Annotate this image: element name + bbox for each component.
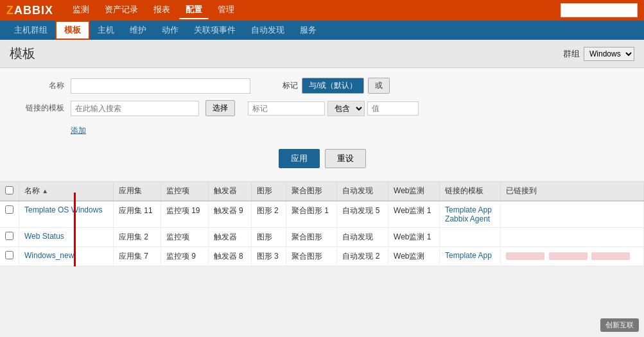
tag-name-input[interactable] [248,101,325,116]
row1-checkbox [0,201,19,228]
templates-table: 名称 ▲ 应用集 监控项 触发器 图形 聚合图形 自动发现 Web监测 链接的模… [0,182,644,266]
row3-checkbox [0,247,19,266]
page-title: 模板 [10,45,35,62]
row2-monitor: 监控项 [161,228,208,247]
top-search [561,3,638,17]
row3-linked-to [501,247,644,266]
table-row: Windows_new 应用集 7 监控项 9 触发器 8 图形 3 聚合图形 … [0,247,644,266]
reset-button[interactable]: 重设 [325,149,366,168]
row1-autodiscover: 自动发现 5 [337,201,388,228]
row3-appset: 应用集 7 [113,247,161,266]
row3-trigger: 触发器 8 [208,247,251,266]
subnav-actions[interactable]: 动作 [154,22,186,39]
filter-linked-row: 链接的模板 选择 包含 等于 [13,100,631,116]
row3-template-link[interactable]: Template App [445,251,492,260]
name-input[interactable] [71,78,250,94]
row1-name-link[interactable]: Template OS Windows [24,205,102,214]
header-trigger[interactable]: 触发器 [208,182,251,201]
row2-name: Web Status [19,228,114,247]
sub-nav: 主机群组 模板 主机 维护 动作 关联项事件 自动发现 服务 [0,21,644,40]
row2-graph: 图形 [251,228,286,247]
sort-asc-icon: ▲ [42,187,48,194]
subnav-correlations[interactable]: 关联项事件 [186,22,243,39]
nav-monitor[interactable]: 监测 [66,1,96,19]
row3-name-link[interactable]: Windows_new [24,251,74,260]
row2-checkbox [0,228,19,247]
select-button[interactable]: 选择 [205,100,235,116]
row3-checkbox-input[interactable] [5,251,13,259]
row2-trigger: 触发器 [208,228,251,247]
table-area: 名称 ▲ 应用集 监控项 触发器 图形 聚合图形 自动发现 Web监测 链接的模… [0,182,644,266]
row2-appset: 应用集 2 [113,228,161,247]
subnav-templates[interactable]: 模板 [55,21,90,40]
subnav-hosts[interactable]: 主机 [90,22,122,39]
nav-reports[interactable]: 报表 [147,1,177,19]
row1-monitor: 监控项 19 [161,201,208,228]
row2-linked-to [501,228,644,247]
name-label: 名称 [13,80,64,91]
tag-label-inline: 标记 [283,80,298,91]
nav-admin[interactable]: 管理 [211,1,241,19]
row3-monitor: 监控项 9 [161,247,208,266]
group-select[interactable]: Windows [584,47,634,61]
row3-linked-to-blurred3 [591,252,630,260]
table-header-row: 名称 ▲ 应用集 监控项 触发器 图形 聚合图形 自动发现 Web监测 链接的模… [0,182,644,201]
header-aggregate[interactable]: 聚合图形 [286,182,337,201]
header-checkbox-col [0,182,19,201]
row1-name: Template OS Windows [19,201,114,228]
row2-name-link[interactable]: Web Status [24,232,64,241]
row3-linked-templates: Template App [440,247,501,266]
row1-checkbox-input[interactable] [5,205,13,214]
header-appset[interactable]: 应用集 [113,182,161,201]
subnav-discovery[interactable]: 自动发现 [243,22,292,39]
linked-template-label: 链接的模板 [13,103,64,114]
search-input[interactable] [561,3,638,17]
row2-linked-templates [440,228,501,247]
group-selector: 群组 Windows [563,47,634,61]
tag-or-button[interactable]: 或 [368,78,390,94]
row3-autodiscover: 自动发现 2 [337,247,388,266]
header-linked-templates[interactable]: 链接的模板 [440,182,501,201]
select-all-checkbox[interactable] [5,186,13,194]
row1-linked-templates: Template App Zabbix Agent [440,201,501,228]
tag-operator-select[interactable]: 包含 等于 [327,101,365,116]
row3-graph: 图形 3 [251,247,286,266]
row1-linked-to [501,201,644,228]
header-webtest[interactable]: Web监测 [388,182,440,201]
add-tag-link[interactable]: 添加 [71,125,86,136]
header-graph[interactable]: 图形 [251,182,286,201]
page-header: 模板 群组 Windows [0,40,644,68]
row3-name: Windows_new [19,247,114,266]
tag-value-input[interactable] [367,101,419,116]
top-nav-items: 监测 资产记录 报表 配置 管理 [66,1,241,19]
header-autodiscover[interactable]: 自动发现 [337,182,388,201]
header-linked-to[interactable]: 已链接到 [501,182,644,201]
table-row: Template OS Windows 应用集 11 监控项 19 触发器 9 … [0,201,644,228]
row1-webtest: Web监测 1 [388,201,440,228]
nav-assets[interactable]: 资产记录 [98,1,144,19]
row1-trigger: 触发器 9 [208,201,251,228]
row1-aggregate: 聚合图形 1 [286,201,337,228]
row3-aggregate: 聚合图形 [286,247,337,266]
apply-button[interactable]: 应用 [279,149,320,168]
subnav-host-groups[interactable]: 主机群组 [6,22,55,39]
row1-template-link-zabbix[interactable]: Zabbix Agent [445,214,490,223]
subnav-maintenance[interactable]: 维护 [122,22,154,39]
nav-config[interactable]: 配置 [179,1,209,19]
row1-appset: 应用集 11 [113,201,161,228]
action-row: 应用 重设 [13,143,631,171]
row2-checkbox-input[interactable] [5,232,13,240]
row3-webtest: Web监测 [388,247,440,266]
subnav-services[interactable]: 服务 [292,22,324,39]
linked-template-input[interactable] [71,101,199,116]
header-monitor[interactable]: 监控项 [161,182,208,201]
logo-z: Z [6,4,14,17]
top-nav: ZABBIX 监测 资产记录 报表 配置 管理 [0,0,644,21]
row2-webtest: Web监测 1 [388,228,440,247]
row1-template-link-app[interactable]: Template App [445,205,492,214]
table-row: Web Status 应用集 2 监控项 触发器 图形 聚合图形 自动发现 We… [0,228,644,247]
tag-and-button[interactable]: 与/或（默认） [302,78,364,94]
filter-name-row: 名称 标记 与/或（默认） 或 [13,78,631,94]
header-name[interactable]: 名称 ▲ [19,182,114,201]
filter-add-row: 添加 [13,123,631,136]
